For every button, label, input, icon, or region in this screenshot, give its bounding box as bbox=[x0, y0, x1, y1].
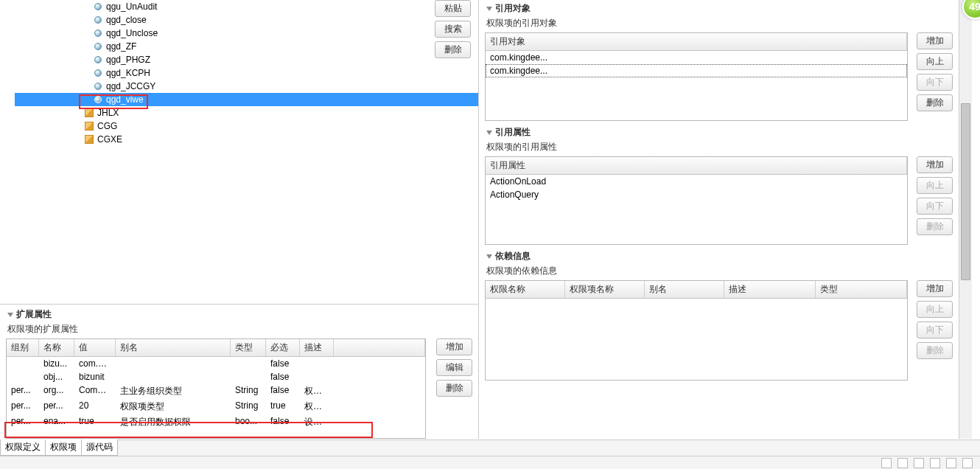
paste-button[interactable]: 粘贴 bbox=[435, 0, 471, 17]
tree-item[interactable]: CGG bbox=[15, 119, 478, 133]
table-row[interactable]: per...org...Compa...主业务组织类型Stringfalse权限… bbox=[7, 383, 425, 399]
col-header[interactable]: 权限项名称 bbox=[565, 281, 645, 298]
ref-attr-subtitle: 权限项的引用属性 bbox=[485, 140, 953, 156]
ref-attr-table[interactable]: 引用属性 ActionOnLoad ActionQuery bbox=[485, 156, 908, 245]
delete-button[interactable]: 删除 bbox=[917, 94, 953, 111]
tree-item[interactable]: qgu_UnAudit bbox=[15, 0, 478, 13]
add-button[interactable]: 增加 bbox=[917, 156, 953, 173]
tree-item[interactable]: qgd_PHGZ bbox=[15, 53, 478, 66]
status-icon[interactable] bbox=[962, 458, 973, 468]
table-row[interactable]: bizu...com.ki...false bbox=[7, 357, 425, 370]
dep-info-subtitle: 权限项的依赖信息 bbox=[485, 264, 953, 280]
sphere-icon bbox=[94, 43, 102, 50]
tree-item[interactable]: qgd_KCPH bbox=[15, 66, 478, 80]
tree-item[interactable]: qgd_JCCGY bbox=[15, 80, 478, 93]
col-header[interactable]: 组别 bbox=[7, 339, 39, 356]
move-up-button[interactable]: 向上 bbox=[917, 53, 953, 70]
ref-attr-header: 引用属性 bbox=[485, 124, 953, 140]
sphere-icon bbox=[94, 69, 102, 77]
table-row[interactable]: per...ena...true是否启用数据权限boo...false设置... bbox=[7, 414, 425, 430]
col-header[interactable]: 别名 bbox=[116, 339, 231, 356]
col-header[interactable]: 类型 bbox=[231, 339, 266, 356]
sphere-icon bbox=[94, 3, 102, 10]
tree-item[interactable]: CGXE bbox=[15, 133, 478, 146]
sphere-icon bbox=[94, 29, 102, 37]
table-row[interactable]: per...per...20权限项类型Stringtrue权限... bbox=[7, 399, 425, 414]
add-button[interactable]: 增加 bbox=[917, 280, 953, 297]
col-header[interactable]: 类型 bbox=[816, 281, 907, 298]
scrollbar[interactable] bbox=[959, 0, 972, 439]
col-header[interactable]: 描述 bbox=[724, 281, 816, 298]
tree-view[interactable]: qgu_UnAudit qgd_close qgd_Unclose qgd_ZF… bbox=[0, 0, 478, 304]
tab-source[interactable]: 源代码 bbox=[81, 440, 118, 456]
move-up-button[interactable]: 向上 bbox=[917, 177, 953, 194]
sphere-icon bbox=[94, 16, 102, 24]
tab-perm-item[interactable]: 权限项 bbox=[45, 440, 82, 456]
sphere-icon bbox=[94, 83, 102, 90]
tree-item[interactable]: qgd_close bbox=[15, 13, 478, 27]
edit-button[interactable]: 编辑 bbox=[436, 359, 472, 376]
col-header[interactable]: 权限名称 bbox=[486, 281, 565, 298]
tree-item[interactable]: JHLX bbox=[15, 106, 478, 119]
dep-info-table[interactable]: 权限名称 权限项名称 别名 描述 类型 bbox=[485, 280, 908, 381]
search-button[interactable]: 搜索 bbox=[435, 21, 471, 38]
tree-item[interactable]: qgd_ZF bbox=[15, 40, 478, 53]
table-row[interactable]: ActionQuery bbox=[486, 188, 907, 201]
ref-obj-header: 引用对象 bbox=[485, 0, 953, 16]
move-down-button[interactable]: 向下 bbox=[917, 322, 953, 338]
bottom-tabs: 权限定义 权限项 源代码 bbox=[0, 440, 980, 456]
status-icon[interactable] bbox=[946, 458, 956, 468]
status-icon[interactable] bbox=[897, 458, 908, 468]
status-bar bbox=[0, 456, 980, 469]
delete-button[interactable]: 删除 bbox=[917, 342, 953, 359]
move-down-button[interactable]: 向下 bbox=[917, 198, 953, 215]
status-icon[interactable] bbox=[914, 458, 924, 468]
tab-perm-def[interactable]: 权限定义 bbox=[0, 440, 46, 456]
add-button[interactable]: 增加 bbox=[436, 338, 472, 355]
tree-item[interactable]: qgd_Unclose bbox=[15, 27, 478, 40]
dep-info-header: 依赖信息 bbox=[485, 248, 953, 264]
chevron-down-icon bbox=[486, 131, 492, 135]
cube-icon bbox=[85, 122, 94, 131]
delete-button[interactable]: 删除 bbox=[917, 218, 953, 235]
table-row[interactable]: ActionOnLoad bbox=[486, 175, 907, 188]
status-icon[interactable] bbox=[930, 458, 940, 468]
ref-obj-table[interactable]: 引用对象 com.kingdee... com.kingdee... bbox=[485, 32, 908, 121]
add-button[interactable]: 增加 bbox=[917, 32, 953, 49]
col-header[interactable]: 名称 bbox=[39, 339, 74, 356]
sphere-icon bbox=[94, 56, 102, 63]
ext-attr-subtitle: 权限项的扩展属性 bbox=[6, 322, 472, 338]
table-row[interactable]: obj...bizunitfalse bbox=[7, 370, 425, 383]
move-down-button[interactable]: 向下 bbox=[917, 74, 953, 91]
status-icon[interactable] bbox=[881, 458, 892, 468]
table-row[interactable]: com.kingdee... bbox=[486, 51, 907, 64]
chevron-down-icon bbox=[486, 7, 492, 11]
ext-attr-table[interactable]: 组别 名称 值 别名 类型 必选 描述 bizu...com.ki...fals… bbox=[6, 338, 426, 439]
ext-attr-header: 扩展属性 bbox=[6, 306, 472, 322]
col-header[interactable]: 必选 bbox=[266, 339, 300, 356]
delete-button[interactable]: 删除 bbox=[435, 41, 471, 58]
col-header[interactable]: 引用属性 bbox=[486, 157, 907, 174]
ref-obj-subtitle: 权限项的引用对象 bbox=[485, 16, 953, 32]
col-header[interactable]: 值 bbox=[74, 339, 116, 356]
move-up-button[interactable]: 向上 bbox=[917, 301, 953, 318]
sphere-icon bbox=[94, 96, 102, 103]
chevron-down-icon bbox=[486, 254, 492, 259]
chevron-down-icon bbox=[7, 313, 13, 317]
cube-icon bbox=[85, 135, 94, 144]
cube-icon bbox=[85, 108, 94, 117]
col-header[interactable]: 别名 bbox=[645, 281, 724, 298]
delete-button[interactable]: 删除 bbox=[436, 380, 472, 397]
col-header[interactable]: 引用对象 bbox=[486, 33, 907, 50]
table-row[interactable]: com.kingdee... bbox=[486, 64, 907, 77]
tree-item-selected[interactable]: qgd_viwe bbox=[15, 93, 478, 106]
col-header[interactable]: 描述 bbox=[300, 339, 334, 356]
